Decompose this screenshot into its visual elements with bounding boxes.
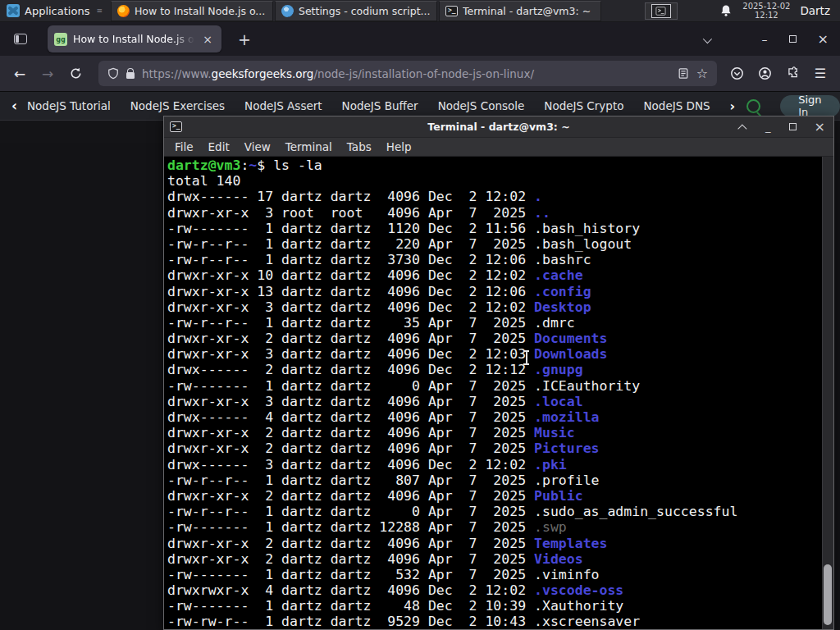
site-nav-item[interactable]: NodeJS Assert	[235, 99, 332, 112]
file-name: Pictures	[534, 441, 599, 456]
nav-scroll-right-icon[interactable]: ›	[730, 98, 736, 114]
site-nav-item[interactable]: NodeJS Crypto	[534, 99, 633, 112]
reload-icon	[70, 67, 82, 80]
terminal-line: drwxr-xr-x 3 dartz dartz 4096 Apr 7 2025…	[167, 394, 820, 409]
close-icon[interactable]: ×	[815, 122, 825, 132]
minimize-icon[interactable]: –	[762, 33, 768, 46]
terminal-window: >_ Terminal - dartz@vm3: ~ _ × File Edit…	[163, 116, 834, 630]
file-name: .sudo_as_admin_successful	[534, 504, 737, 519]
file-name: Videos	[534, 551, 583, 567]
geeksforgeeks-favicon: gg	[54, 33, 67, 46]
file-name: .swp	[534, 519, 567, 535]
file-name: .ICEauthority	[534, 378, 640, 394]
terminal-scrollbar-track[interactable]	[822, 157, 833, 629]
workspace-switcher[interactable]: >_	[645, 2, 678, 20]
terminal-line: drwx------ 17 dartz dartz 4096 Dec 2 12:…	[167, 189, 820, 204]
menu-edit[interactable]: Edit	[201, 140, 237, 153]
menu-view[interactable]: View	[237, 140, 278, 153]
panel-username: Dartz	[800, 4, 833, 17]
panel-clock[interactable]: 2025-12-02 12:12	[742, 2, 790, 20]
account-button[interactable]	[751, 62, 778, 86]
file-name: .Xauthority	[534, 598, 623, 614]
terminal-line: drwxr-xr-x 2 dartz dartz 4096 Apr 7 2025…	[167, 331, 820, 346]
taskbar-button-firefox[interactable]: How to Install Node.js o...	[111, 1, 273, 21]
new-tab-button[interactable]: +	[231, 30, 258, 48]
file-name: .xscreensaver	[534, 614, 640, 629]
file-name: .cache	[534, 267, 583, 283]
site-nav-item[interactable]: NodeJS Console	[428, 99, 535, 112]
terminal-line: -rw-r--r-- 1 dartz dartz 220 Apr 7 2025 …	[167, 236, 820, 252]
shield-icon[interactable]	[107, 67, 119, 80]
maximize-icon[interactable]	[789, 35, 797, 43]
workspace-window-preview: >_	[651, 4, 671, 18]
sign-in-button[interactable]: Sign In	[780, 95, 839, 117]
browser-tab-bar: gg How to Install Node.js on × + – ×	[0, 22, 840, 56]
terminal-line: drwxr-xr-x 2 dartz dartz 4096 Apr 7 2025…	[167, 425, 820, 441]
terminal-line: drwx------ 2 dartz dartz 4096 Dec 2 12:1…	[167, 362, 820, 377]
firefox-view-button[interactable]	[8, 28, 33, 51]
prompt-cwd: ~	[249, 158, 257, 173]
clock-time: 12:12	[755, 11, 778, 20]
browser-nav-toolbar: ← → https://www.geeksforgeeks.org/node-j…	[0, 56, 840, 92]
clock-date: 2025-12-02	[742, 2, 790, 11]
site-nav-item[interactable]: NodeJS Tutorial	[25, 99, 121, 112]
search-icon[interactable]	[746, 99, 760, 113]
menu-help[interactable]: Help	[379, 140, 419, 153]
site-nav-item-truncated[interactable]: NodeJS	[720, 99, 730, 112]
terminal-body[interactable]: dartz@vm3:~$ ls -la total 140 drwx------…	[164, 157, 833, 629]
url-bar[interactable]: https://www.geeksforgeeks.org/node-js/in…	[98, 61, 717, 86]
close-icon[interactable]: ×	[818, 31, 829, 47]
terminal-line: drwxr-xr-x 2 dartz dartz 4096 Apr 7 2025…	[167, 551, 820, 567]
file-name: .bash_history	[534, 221, 640, 236]
menu-button[interactable]: ☰	[807, 62, 833, 86]
terminal-icon: >_	[170, 121, 182, 132]
notification-bell-icon[interactable]	[719, 4, 733, 17]
site-nav-item[interactable]: NodeJS Exercises	[121, 99, 235, 112]
file-name: .mozilla	[534, 409, 599, 425]
pocket-icon	[730, 66, 744, 80]
file-name: Templates	[534, 536, 607, 551]
terminal-line: drwxr-xr-x 3 dartz dartz 4096 Dec 2 12:0…	[167, 346, 820, 362]
file-name: .vscode-oss	[534, 582, 623, 598]
extensions-puzzle-icon	[786, 66, 800, 80]
lock-icon[interactable]	[126, 72, 135, 79]
url-text: https://www.geeksforgeeks.org/node-js/in…	[142, 67, 670, 80]
taskbar-button-codium[interactable]: Settings - codium script...	[275, 1, 437, 21]
applications-menu-button[interactable]: Applications ≡	[0, 0, 110, 21]
browser-window-controls: – ×	[762, 31, 832, 47]
file-name: Downloads	[534, 346, 607, 362]
file-name: .dmrc	[534, 315, 575, 331]
nav-scroll-left-icon[interactable]: ‹	[11, 98, 17, 114]
terminal-scrollbar-thumb[interactable]	[824, 564, 832, 625]
top-panel: Applications ≡ How to Install Node.js o.…	[0, 0, 840, 22]
terminal-line: drwxr-xr-x 10 dartz dartz 4096 Dec 2 12:…	[167, 267, 820, 283]
list-all-tabs-button[interactable]	[703, 31, 710, 47]
menu-file[interactable]: File	[167, 140, 201, 153]
mouse-cursor-ibeam	[523, 350, 530, 365]
terminal-title-bar[interactable]: >_ Terminal - dartz@vm3: ~ _ ×	[164, 116, 833, 138]
reload-button[interactable]	[62, 62, 89, 86]
terminal-line: -rw-rw-r-- 1 dartz dartz 9529 Dec 2 10:4…	[167, 614, 820, 629]
back-button[interactable]: ←	[7, 62, 33, 86]
tab-close-icon[interactable]: ×	[200, 33, 215, 46]
reader-view-icon[interactable]	[678, 67, 689, 80]
terminal-line: drwx------ 4 dartz dartz 4096 Apr 7 2025…	[167, 409, 820, 425]
bookmark-star-icon[interactable]: ☆	[696, 67, 708, 80]
browser-tab-active[interactable]: gg How to Install Node.js on ×	[48, 25, 221, 52]
terminal-line: drwxr-xr-x 2 dartz dartz 4096 Apr 7 2025…	[167, 488, 820, 504]
forward-button[interactable]: →	[34, 62, 61, 86]
extensions-button[interactable]	[779, 62, 806, 86]
tab-title: How to Install Node.js on	[73, 33, 194, 45]
menu-terminal[interactable]: Terminal	[278, 140, 340, 153]
site-nav-item[interactable]: NodeJS Buffer	[332, 99, 428, 112]
site-nav-item[interactable]: NodeJS DNS	[633, 99, 719, 112]
file-name: Public	[534, 488, 583, 504]
terminal-line: drwxr-xr-x 3 root root 4096 Apr 7 2025 .…	[167, 205, 820, 221]
pocket-button[interactable]	[724, 62, 750, 86]
taskbar-button-terminal[interactable]: >_ Terminal - dartz@vm3: ~	[439, 1, 601, 21]
minimize-icon[interactable]: _	[765, 124, 771, 130]
menu-tabs[interactable]: Tabs	[340, 140, 379, 153]
maximize-icon[interactable]	[789, 123, 797, 130]
terminal-line: drwxr-xr-x 2 dartz dartz 4096 Apr 7 2025…	[167, 441, 820, 456]
url-domain: geeksforgeeks.org	[212, 67, 314, 80]
